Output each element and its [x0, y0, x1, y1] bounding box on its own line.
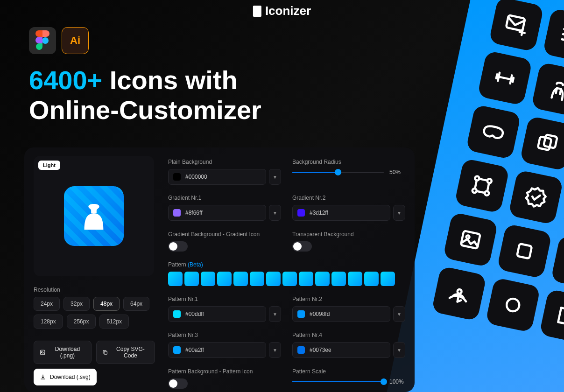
pat4-control: Pattern Nr.4 #0073ee ▼ — [292, 332, 405, 361]
grad2-control: Gradient Nr.2 #3d12ff ▼ — [292, 195, 405, 224]
pattern-option[interactable] — [381, 272, 395, 286]
controls-column: Plain Background #000000 ▼ Background Ra… — [168, 156, 405, 392]
figma-badge-icon — [29, 27, 56, 54]
mail-add-icon — [489, 0, 544, 52]
svg-rect-17 — [95, 215, 97, 223]
plain-bg-input[interactable]: #000000 — [168, 169, 266, 185]
pattern-option[interactable] — [364, 272, 379, 286]
resolution-option[interactable]: 48px — [93, 297, 120, 311]
svg-rect-20 — [105, 351, 107, 354]
svg-point-0 — [42, 37, 49, 44]
pat1-dropdown[interactable]: ▼ — [269, 306, 281, 322]
pattern-option[interactable] — [331, 272, 346, 286]
pattern-option[interactable] — [201, 272, 215, 286]
pat-scale-slider[interactable] — [292, 381, 384, 382]
brand-logo: Iconizer — [253, 4, 311, 18]
goggles-icon — [466, 104, 522, 160]
misc4-icon — [562, 181, 564, 237]
pattern-swatches — [168, 272, 405, 286]
grad2-dropdown[interactable]: ▼ — [393, 205, 405, 221]
pat2-dropdown[interactable]: ▼ — [393, 306, 405, 322]
copy-icon — [520, 116, 564, 171]
grad1-control: Gradient Nr.1 #8f66ff ▼ — [168, 195, 281, 224]
svg-rect-18 — [41, 350, 45, 354]
pat1-input[interactable]: #00ddff — [168, 306, 266, 322]
resolution-section: Resolution 24px32px48px64px128px256px512… — [34, 287, 155, 329]
resolution-label: Resolution — [34, 287, 155, 293]
download-svg-button[interactable]: Download (.svg) — [34, 369, 97, 385]
misc6-icon — [550, 235, 564, 290]
icon-preview: Light — [34, 156, 154, 276]
customizer-panel: Light Resolution 24px32px48px64px128px25… — [24, 147, 415, 392]
pattern-option[interactable] — [299, 272, 313, 286]
pat-bg-toggle[interactable] — [168, 378, 188, 389]
list-add-icon — [543, 8, 564, 63]
misc7-icon — [485, 277, 541, 333]
pattern-option[interactable] — [217, 272, 232, 286]
headline-accent: 6400+ — [29, 65, 102, 95]
grad-bg-toggle[interactable] — [168, 241, 188, 252]
resolution-options: 24px32px48px64px128px256px512px — [34, 297, 155, 329]
svg-point-15 — [506, 298, 521, 313]
resolution-option[interactable]: 64px — [123, 297, 149, 311]
pat3-control: Pattern Nr.3 #00a2ff ▼ — [168, 332, 281, 361]
preview-icon-render — [64, 186, 124, 246]
transparent-bg-toggle-control: Transparent Background — [292, 231, 405, 255]
pat4-input[interactable]: #0073ee — [292, 342, 390, 358]
app-badges: Ai — [29, 27, 89, 54]
hero: Iconizer Ai 6400+ Icons with Online-Cust… — [0, 0, 564, 392]
brand-name: Iconizer — [265, 4, 311, 18]
dumbbell-icon — [477, 50, 533, 106]
pattern-option[interactable] — [184, 272, 199, 286]
image-icon — [443, 212, 498, 267]
pattern-option[interactable] — [282, 272, 297, 286]
bg-radius-control: Background Radius 50% — [292, 159, 405, 188]
pat3-input[interactable]: #00a2ff — [168, 342, 266, 358]
pat4-dropdown[interactable]: ▼ — [393, 342, 405, 358]
svg-point-19 — [42, 351, 42, 352]
grad1-input[interactable]: #8f66ff — [168, 205, 266, 221]
verified-badge-icon — [508, 169, 564, 225]
copy-svg-button[interactable]: Copy SVG-Code — [96, 341, 155, 364]
resolution-option[interactable]: 32px — [63, 297, 90, 311]
light-mode-tag[interactable]: Light — [38, 161, 60, 170]
resolution-option[interactable]: 256px — [67, 315, 96, 329]
pattern-option[interactable] — [168, 272, 183, 286]
svg-rect-13 — [517, 244, 532, 259]
pat-bg-toggle-control: Pattern Background - Pattern Icon — [168, 368, 281, 392]
bg-radius-slider[interactable] — [292, 172, 384, 173]
pat3-dropdown[interactable]: ▼ — [269, 342, 281, 358]
headline: 6400+ Icons with Online-Customizer — [29, 65, 261, 126]
fountain-icon — [531, 62, 564, 118]
pattern-section: Pattern (Beta) — [168, 261, 405, 289]
action-buttons: Download (.png) Copy SVG-Code Download (… — [34, 341, 155, 385]
grad-bg-toggle-control: Gradient Background - Gradient Icon — [168, 231, 281, 255]
misc5-icon — [497, 224, 552, 279]
pattern-option[interactable] — [266, 272, 281, 286]
pat2-input[interactable]: #0098fd — [292, 306, 390, 322]
brand-mark-icon — [253, 6, 261, 17]
pat2-control: Pattern Nr.2 #0098fd ▼ — [292, 296, 405, 325]
resolution-option[interactable]: 512px — [99, 315, 129, 329]
pattern-option[interactable] — [315, 272, 330, 286]
pat-scale-control: Pattern Scale 100% — [292, 368, 405, 392]
graph-nodes-icon — [454, 158, 510, 214]
grad2-input[interactable]: #3d12ff — [292, 205, 390, 221]
broadcast-arrow-icon — [431, 266, 487, 322]
resolution-option[interactable]: 128px — [34, 315, 63, 329]
download-png-button[interactable]: Download (.png) — [34, 341, 92, 364]
transparent-bg-toggle[interactable] — [292, 241, 312, 252]
pattern-option[interactable] — [250, 272, 264, 286]
pattern-option[interactable] — [348, 272, 362, 286]
pattern-option[interactable] — [233, 272, 248, 286]
illustrator-badge-icon: Ai — [62, 27, 89, 54]
plain-bg-dropdown[interactable]: ▼ — [269, 169, 281, 185]
preview-column: Light Resolution 24px32px48px64px128px25… — [34, 156, 155, 392]
svg-rect-16 — [91, 215, 92, 223]
grad1-dropdown[interactable]: ▼ — [269, 205, 281, 221]
resolution-option[interactable]: 24px — [34, 297, 60, 311]
pat1-control: Pattern Nr.1 #00ddff ▼ — [168, 296, 281, 325]
plain-bg-control: Plain Background #000000 ▼ — [168, 159, 281, 188]
